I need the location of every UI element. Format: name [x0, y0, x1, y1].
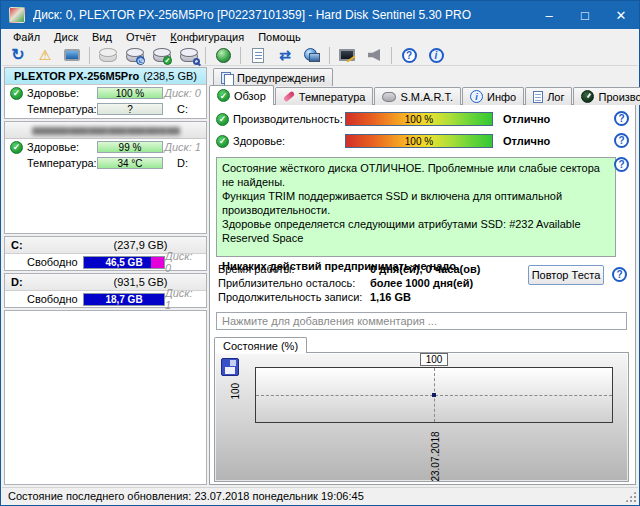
toolbar-separator	[89, 47, 90, 64]
stat-row: Приблизительно осталось: более 1000 дня(…	[218, 277, 480, 291]
menu-bar: Файл Диск Вид Отчёт Конфигурация Помощь	[2, 29, 638, 45]
sync-icon[interactable]: ⇄	[273, 46, 297, 65]
sound-alerts-icon[interactable]	[362, 46, 386, 65]
tab-overview[interactable]: ✓ Обзор	[209, 85, 274, 105]
information-icon[interactable]: i	[424, 46, 448, 65]
disk-1-temp-bar: 34 °C	[97, 157, 163, 169]
lifetime-stats: Время работы: 0 дня(ей), 0 часа(ов) Приб…	[218, 263, 480, 305]
stat-label: Продолжительность записи:	[218, 291, 370, 305]
disk-0-header[interactable]: PLEXTOR PX-256M5Pro (238,5 GB)	[5, 68, 206, 85]
tab-performance[interactable]: Производительность	[573, 87, 640, 105]
disk-attr-icon	[382, 92, 396, 102]
help-icon[interactable]: ?	[614, 111, 629, 126]
health-bar: 100 %	[345, 134, 493, 148]
tab-log[interactable]: Лог	[525, 87, 572, 105]
temp-label: Температура:	[27, 157, 97, 169]
thermometer-icon	[283, 91, 295, 103]
disk-1-header[interactable]: ▆▆▆▆▆▆ ▆▆▆ ▆▆▆ ▆▆▆ ▆▆▆ ▆▆ ▆ ▆▆	[5, 122, 206, 139]
disk-1-health-row: ✓ Здоровье: 99 % Диск: 1	[5, 139, 206, 155]
menu-view[interactable]: Вид	[85, 30, 119, 44]
performance-rating: Отлично	[503, 113, 550, 125]
health-label: Здоровье:	[233, 135, 345, 147]
disk-1-name-redacted: ▆▆▆▆▆▆ ▆▆▆ ▆▆▆ ▆▆▆ ▆▆▆ ▆▆ ▆ ▆▆	[32, 125, 179, 135]
disk-1-health-bar: 99 %	[97, 141, 163, 153]
help-icon[interactable]: ?	[614, 157, 629, 172]
stat-label: Время работы:	[218, 263, 370, 277]
partition-panel-d[interactable]: D: (931,5 GB) Свободно 18,7 GB Диск: 1	[4, 273, 207, 308]
status-line: Состояние жёсткого диска ОТЛИЧНОЕ. Пробл…	[222, 161, 610, 189]
comment-input[interactable]	[216, 312, 627, 330]
chart-x-tick: 23.07.2018	[430, 427, 441, 487]
help-icon[interactable]: ?	[614, 133, 629, 148]
partition-d-free-value: 18,7 GB	[84, 294, 164, 305]
remote-monitor-icon[interactable]	[335, 46, 359, 65]
partition-c-free-value: 46,5 GB	[84, 257, 164, 268]
tab-temperature[interactable]: Температура	[275, 87, 374, 105]
maximize-button[interactable]: □	[567, 1, 603, 29]
disk-display-icon[interactable]	[60, 46, 84, 65]
menu-configuration[interactable]: Конфигурация	[163, 30, 251, 44]
toolbar-separator	[391, 47, 392, 64]
health-label: Здоровье:	[27, 141, 97, 153]
stat-row: Время работы: 0 дня(ей), 0 часа(ов)	[218, 263, 480, 277]
online-status-icon[interactable]	[211, 46, 235, 65]
refresh-icon[interactable]: ↻	[6, 46, 30, 65]
gauge-icon	[581, 90, 594, 103]
tab-alerts[interactable]: Предупреждения	[213, 68, 333, 86]
partition-panel-c[interactable]: C: (237,9 GB) Свободно 46,5 GB Диск: 0	[4, 236, 207, 271]
network-status-icon[interactable]	[300, 46, 324, 65]
disk-0-health-bar: 100 %	[97, 87, 163, 99]
status-line: Здоровье определяется следующими атрибут…	[222, 217, 610, 245]
retest-button[interactable]: Повтор Теста	[528, 265, 604, 285]
stat-value: более 1000 дня(ей)	[370, 277, 473, 291]
disk-1-number: Диск: 1	[164, 141, 201, 153]
close-button[interactable]: ✕	[603, 1, 639, 29]
stat-row: Продолжительность записи: 1,16 GB	[218, 291, 480, 305]
help-icon[interactable]: ?	[612, 267, 627, 282]
stat-value: 0 дня(ей), 0 часа(ов)	[370, 263, 480, 277]
alerts-tab-row: Предупреждения	[213, 67, 334, 86]
menu-disk[interactable]: Диск	[47, 30, 85, 44]
tab-health-chart[interactable]: Состояние (%)	[214, 337, 307, 353]
pages-icon	[221, 72, 233, 84]
menu-report[interactable]: Отчёт	[119, 30, 163, 44]
toolbar-separator	[329, 47, 330, 64]
toolbar-separator	[205, 47, 206, 64]
temp-label: Температура:	[27, 103, 97, 115]
main-tab-row: ✓ Обзор Температура S.M.A.R.T. i Инфо	[209, 85, 636, 105]
free-label: Свободно	[27, 293, 83, 305]
status-text: Состояние последнего обновления: 23.07.2…	[8, 490, 364, 502]
window-controls: – □ ✕	[531, 1, 639, 29]
quick-test-icon[interactable]: ◷	[122, 46, 146, 65]
save-chart-icon[interactable]	[221, 358, 239, 376]
free-label: Свободно	[27, 256, 83, 268]
partition-d-free-bar: 18,7 GB	[83, 293, 165, 306]
health-ok-icon: ✓	[10, 87, 23, 100]
window-title: Диск: 0, PLEXTOR PX-256M5Pro [P022371013…	[33, 8, 531, 22]
resize-grip[interactable]	[624, 490, 637, 503]
menu-help[interactable]: Помощь	[251, 30, 308, 44]
disk-1-letter: D:	[177, 157, 188, 169]
chart-tab-row: Состояние (%)	[214, 336, 307, 353]
tab-smart[interactable]: S.M.A.R.T.	[374, 87, 461, 105]
surface-test-icon[interactable]: ✓	[149, 46, 173, 65]
application-window: Диск: 0, PLEXTOR PX-256M5Pro [P022371013…	[0, 0, 640, 506]
detect-disks-icon[interactable]	[95, 46, 119, 65]
alerts-icon[interactable]: ⚠	[33, 46, 57, 65]
disk-0-size: (238,5 GB)	[143, 70, 197, 82]
stat-value: 1,16 GB	[370, 291, 411, 305]
disk-panel-1[interactable]: ▆▆▆▆▆▆ ▆▆▆ ▆▆▆ ▆▆▆ ▆▆▆ ▆▆ ▆ ▆▆ ✓ Здоровь…	[4, 121, 207, 234]
minimize-button[interactable]: –	[531, 1, 567, 29]
menu-file[interactable]: Файл	[6, 30, 47, 44]
disk-0-letter: C:	[177, 103, 188, 115]
analyze-disk-icon[interactable]	[176, 46, 200, 65]
report-icon[interactable]	[246, 46, 270, 65]
status-line: Функция TRIM поддерживается SSD и включе…	[222, 189, 610, 217]
tab-info[interactable]: i Инфо	[462, 87, 524, 105]
partition-d-free-row: Свободно 18,7 GB Диск: 1	[5, 291, 206, 307]
chart-data-point	[432, 393, 436, 397]
disk-panel-0[interactable]: PLEXTOR PX-256M5Pro (238,5 GB) ✓ Здоровь…	[4, 67, 207, 119]
check-icon: ✓	[217, 89, 230, 102]
help-icon[interactable]: ?	[397, 46, 421, 65]
performance-row: ✓ Производительность: 100 % Отлично	[216, 111, 550, 127]
